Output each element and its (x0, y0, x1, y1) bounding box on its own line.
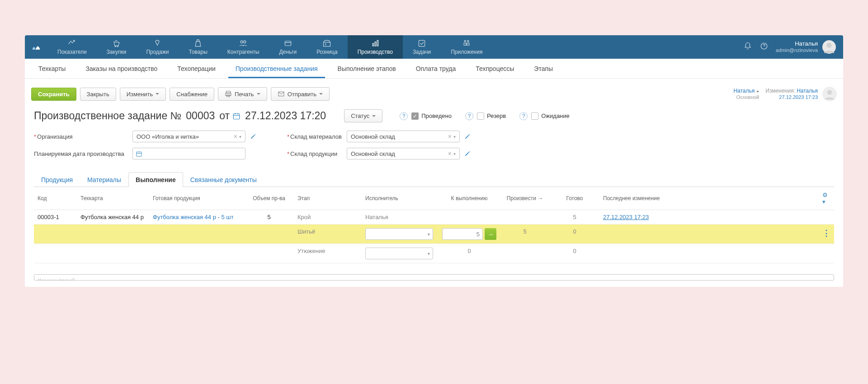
kebab-icon[interactable]: ⋮ (822, 229, 830, 238)
mail-icon (278, 90, 285, 98)
go-button[interactable]: → (485, 228, 496, 240)
calendar-icon (136, 150, 142, 157)
comment-input[interactable]: Комментарий (34, 274, 834, 281)
tab-2[interactable]: Выполнение (128, 172, 183, 187)
send-button[interactable]: Отправить (271, 87, 330, 101)
clear-icon[interactable]: × (448, 133, 452, 140)
nav-продажи[interactable]: Продажи (136, 35, 179, 59)
user-email: admin@nzinovieva (776, 47, 818, 53)
tab-0[interactable]: Продукция (34, 172, 80, 187)
subnav-4[interactable]: Выполнение этапов (330, 60, 403, 78)
chevron-down-icon: ▾ (453, 134, 456, 139)
close-button[interactable]: Закрыть (80, 88, 116, 101)
nav-icon (193, 39, 203, 48)
svg-point-1 (118, 46, 118, 47)
supply-button[interactable]: Снабжение (170, 88, 214, 101)
owner-menu[interactable]: Наталья Основной (733, 88, 759, 100)
nav-icon (112, 39, 121, 48)
help-icon[interactable]: ? (519, 112, 528, 120)
doc-date[interactable]: 27.12.2023 17:20 (245, 110, 326, 122)
checkbox-icon (477, 112, 484, 120)
logo[interactable] (25, 42, 47, 52)
org-label: *Организация (34, 133, 132, 140)
bell-icon[interactable] (740, 42, 756, 52)
subnav-7[interactable]: Этапы (527, 60, 560, 78)
nav-задачи[interactable]: Задачи (403, 35, 441, 59)
subnav-1[interactable]: Заказы на производство (78, 60, 165, 78)
svg-rect-6 (373, 43, 374, 46)
subnav-5[interactable]: Оплата труда (409, 60, 463, 78)
mat-store-select[interactable]: Основной склад × ▾ (347, 131, 460, 142)
pencil-icon[interactable] (464, 150, 471, 157)
chevron-down-icon (372, 115, 376, 117)
col-header[interactable]: Произвести → (500, 187, 550, 210)
last-change-link[interactable]: 27.12.2023 17:23 (603, 214, 649, 220)
stage-row[interactable]: Утюжение▾00 (34, 244, 834, 263)
nav-показатели[interactable]: Показатели (47, 35, 97, 59)
status-button[interactable]: Статус (344, 109, 382, 122)
mat-store-label: *Склад материалов (287, 133, 347, 140)
tab-1[interactable]: Материалы (80, 172, 128, 187)
user-menu[interactable]: Наталья admin@nzinovieva (776, 40, 836, 54)
nav-производство[interactable]: Производство (348, 35, 403, 59)
rezerv-check[interactable]: ? Резерв (465, 112, 506, 120)
subnav-0[interactable]: Техкарты (31, 60, 73, 78)
org-select[interactable]: ООО «Иголка и нитка» × ▾ (132, 131, 245, 142)
svg-rect-25 (137, 152, 142, 156)
product-link[interactable]: Футболка женская 44 р - 5 шт (153, 214, 234, 220)
clear-icon[interactable]: × (234, 133, 237, 140)
subnav-3[interactable]: Производственные задания (228, 60, 325, 78)
plan-date-input[interactable] (132, 148, 245, 159)
clear-icon[interactable]: × (448, 150, 452, 157)
executor-select[interactable]: ▾ (365, 228, 433, 240)
save-button[interactable]: Сохранить (31, 88, 76, 101)
help-icon[interactable]: ? (465, 112, 473, 120)
pencil-icon[interactable] (250, 133, 256, 140)
help-icon[interactable] (756, 42, 772, 52)
prod-store-select[interactable]: Основной склад × ▾ (347, 148, 460, 159)
nav-деньги[interactable]: Деньги (269, 35, 307, 59)
col-header[interactable]: Последнее изменение (599, 187, 819, 210)
svg-rect-4 (285, 41, 291, 46)
col-header[interactable]: Исполнитель (362, 187, 439, 210)
chevron-down-icon (319, 93, 323, 95)
nav-товары[interactable]: Товары (179, 35, 217, 59)
wait-check[interactable]: ? Ожидание (519, 112, 570, 120)
help-icon[interactable]: ? (400, 112, 408, 120)
nav-закупки[interactable]: Закупки (97, 35, 137, 59)
col-header[interactable]: Готово (550, 187, 599, 210)
svg-point-2 (241, 41, 243, 43)
gear-icon[interactable]: ⚙ ▾ (822, 192, 830, 205)
change-button[interactable]: Изменить (120, 88, 166, 101)
chevron-down-icon (257, 93, 260, 95)
svg-rect-5 (324, 42, 330, 47)
executor-select[interactable]: ▾ (365, 248, 433, 259)
stage-row[interactable]: 00003-1Футболка женская 44 рФутболка жен… (34, 210, 834, 225)
col-header[interactable]: Готовая продукция (149, 187, 244, 210)
print-button[interactable]: Печать (218, 87, 267, 101)
col-header[interactable]: К выполнению (439, 187, 500, 210)
svg-point-3 (244, 41, 246, 43)
checkbox-icon (531, 112, 538, 120)
provedeno-check[interactable]: ? ✓ Проведено (400, 112, 452, 120)
subnav-2[interactable]: Техоперации (170, 60, 222, 78)
nav-приложения[interactable]: Приложения (441, 35, 492, 59)
col-header[interactable]: Объем пр-ва (244, 187, 294, 210)
pencil-icon[interactable] (464, 133, 471, 140)
avatar (822, 87, 837, 101)
nav-icon (239, 39, 248, 48)
prod-store-label: *Склад продукции (287, 150, 347, 157)
stage-row[interactable]: Шитьё▾5→50⋮ (34, 225, 834, 244)
todo-input[interactable]: 5 (442, 228, 483, 240)
nav-розница[interactable]: Розница (307, 35, 347, 59)
calendar-icon[interactable] (232, 112, 241, 120)
col-header[interactable]: Этап (294, 187, 362, 210)
col-header[interactable]: Техкарта (77, 187, 149, 210)
chevron-down-icon (756, 91, 759, 93)
svg-rect-19 (278, 92, 284, 96)
col-header[interactable]: Код (34, 187, 77, 210)
svg-rect-7 (375, 42, 376, 46)
tab-3[interactable]: Связанные документы (183, 172, 264, 187)
subnav-6[interactable]: Техпроцессы (468, 60, 521, 78)
nav-контрагенты[interactable]: Контрагенты (217, 35, 269, 59)
